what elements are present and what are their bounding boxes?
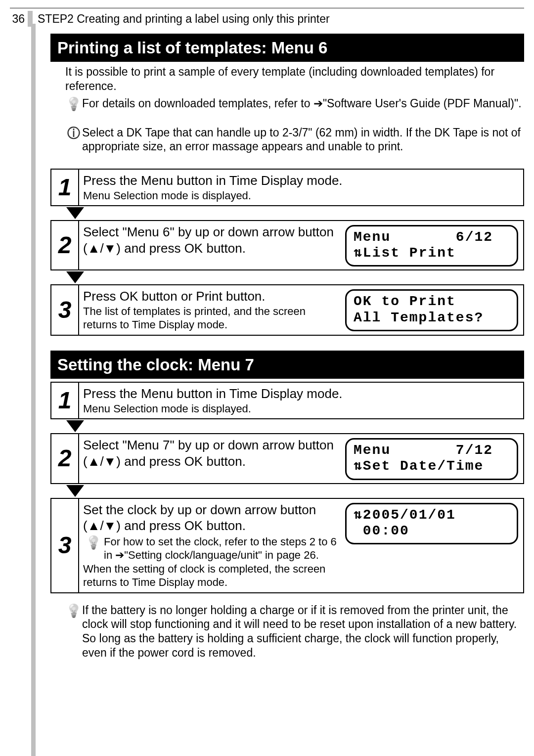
caution-tape-size: Select a DK Tape that can handle up to 2…: [65, 126, 524, 154]
step-sub: Menu Selection mode is displayed.: [83, 402, 518, 416]
section-b-step-3: 3 Set the clock by up or down arrow butt…: [50, 498, 524, 593]
lcd-display: OK to Print All Templates?: [345, 289, 518, 331]
step-arrow-icon: [66, 485, 84, 497]
section-a-intro: It is possible to print a sample of ever…: [65, 65, 524, 93]
step-instruction: Press the Menu button in Time Display mo…: [83, 386, 518, 402]
tip-downloaded-templates: For details on downloaded templates, ref…: [65, 96, 524, 111]
left-gutter-bar: [10, 34, 36, 665]
step-instruction: Set the clock by up or down arrow button…: [83, 502, 339, 534]
step-sub: The list of templates is printed, and th…: [83, 305, 339, 332]
step-number: 3: [51, 499, 79, 592]
page-number: 36: [10, 12, 28, 26]
battery-clock-tip: If the battery is no longer holding a ch…: [65, 603, 524, 660]
section-b-step-1: 1 Press the Menu button in Time Display …: [50, 382, 524, 419]
step-number: 3: [51, 285, 79, 335]
step-number: 1: [51, 383, 79, 418]
step-arrow-icon: [66, 420, 84, 432]
step-instruction: Press OK button or Print button.: [83, 288, 339, 305]
caution-text: Select a DK Tape that can handle up to 2…: [82, 126, 524, 154]
step-number: 1: [51, 170, 79, 205]
step-instruction: Select "Menu 6" by up or down arrow butt…: [83, 224, 339, 256]
step-sub: Menu Selection mode is displayed.: [83, 189, 518, 203]
tip-text: For details on downloaded templates, ref…: [82, 96, 524, 111]
section-a-step-3: 3 Press OK button or Print button. The l…: [50, 284, 524, 336]
bulb-icon: [65, 603, 82, 617]
step-instruction: Press the Menu button in Time Display mo…: [83, 173, 518, 189]
info-icon: [65, 126, 82, 139]
page-top-rule: [10, 7, 524, 9]
step-arrow-icon: [66, 271, 84, 283]
section-title-menu6: Printing a list of templates: Menu 6: [50, 34, 524, 62]
lcd-display: Menu 6/12 ⇅List Print: [345, 225, 518, 267]
step-after: When the setting of clock is completed, …: [83, 562, 339, 589]
step-tip: For how to set the clock, refer to the s…: [104, 535, 339, 562]
step-arrow-icon: [66, 207, 84, 219]
section-b-step-2: 2 Select "Menu 7" by up or down arrow bu…: [50, 433, 524, 484]
page-header: 36 STEP2 Creating and printing a label u…: [10, 11, 524, 27]
bulb-icon: [65, 96, 82, 110]
step-number: 2: [51, 434, 79, 483]
section-a-step-1: 1 Press the Menu button in Time Display …: [50, 169, 524, 206]
step-number: 2: [51, 221, 79, 269]
battery-tip-text: If the battery is no longer holding a ch…: [82, 603, 524, 660]
section-a-step-2: 2 Select "Menu 6" by up or down arrow bu…: [50, 220, 524, 270]
bulb-icon: [83, 535, 104, 549]
section-title-menu7: Setting the clock: Menu 7: [50, 351, 524, 379]
header-breadcrumb: STEP2 Creating and printing a label usin…: [38, 12, 330, 26]
step-instruction: Select "Menu 7" by up or down arrow butt…: [83, 437, 339, 469]
lcd-display: ⇅2005/01/01 00:00: [345, 503, 518, 544]
lcd-display: Menu 7/12 ⇅Set Date/Time: [345, 438, 518, 480]
